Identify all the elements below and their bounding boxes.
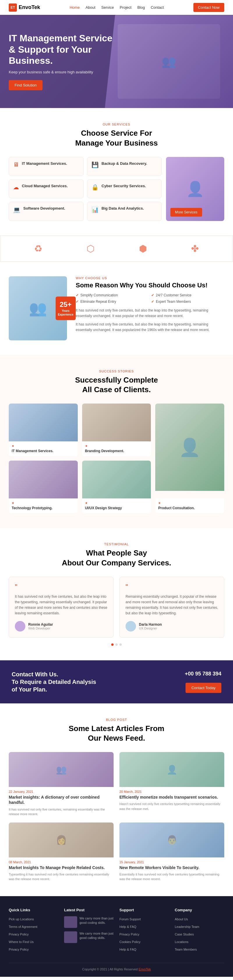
more-services-button[interactable]: More Services: [171, 208, 202, 216]
hero-subtitle: Keep your business safe & ensure high av…: [9, 70, 120, 74]
nav-blog[interactable]: Blog: [137, 5, 145, 10]
backup-icon: 💾: [91, 161, 99, 168]
software-icon: 💻: [13, 206, 21, 213]
blog-img-1: 👥: [9, 752, 113, 787]
story-img-2: [82, 404, 151, 441]
blog-date-2: 20 March, 2021: [120, 790, 224, 793]
story-img-featured: 👤: [155, 404, 224, 491]
footer-support-4[interactable]: Cookies Policy: [120, 940, 140, 943]
stories-section: SUCCESS STORIES Successfully CompleteAll…: [0, 355, 233, 528]
story-label-featured: ★ Product Consultation.: [155, 498, 224, 513]
story-sub-3: ★: [12, 501, 75, 504]
envotek-link[interactable]: EnvoTek: [139, 967, 151, 971]
experience-badge: 25+ YearsExperience: [56, 296, 76, 320]
footer-ql-5[interactable]: Privacy Policy: [9, 948, 29, 951]
partner-logo-4: ✤: [191, 243, 199, 254]
footer-company: Company About Us Leadership Team Case St…: [175, 908, 224, 954]
footer-ql-4[interactable]: Where to Find Us: [9, 940, 34, 943]
story-label-3: ★ Technology Prototyping.: [9, 498, 78, 513]
find-solution-button[interactable]: Find Solution: [9, 80, 43, 90]
author-info-1: Ronnie Aguilar Web Developer: [28, 622, 53, 630]
blog-date-3: 08 March, 2021: [9, 860, 113, 864]
footer-post-1: We carry more than just good coding skil…: [64, 916, 113, 928]
experience-num: 25+: [58, 300, 73, 309]
cta-text: Contact With Us.To Require a Detailed An…: [12, 670, 96, 693]
why-title: Some Reason Why You Should Choose Us!: [76, 282, 224, 289]
testimonial-author-2: Darla Harmon UX Designer: [126, 621, 218, 632]
footer-company-2[interactable]: Leadership Team: [175, 925, 199, 929]
testimonials-grid: " It has survived not only five centurie…: [9, 577, 224, 638]
logo: ET EnvoTek: [9, 3, 40, 12]
hero-people-placeholder: 👥: [118, 24, 220, 99]
services-label: OUR SERVICES: [9, 123, 224, 126]
footer-company-3[interactable]: Case Studies: [175, 932, 194, 936]
cta-title: Contact With Us.To Require a Detailed An…: [12, 670, 96, 693]
story-label-4: ★ UI/UX Design Strategy: [82, 498, 151, 513]
cta-right: +00 95 788 394 Contact Today: [185, 671, 221, 693]
dot-2[interactable]: [115, 643, 118, 646]
blog-img-2: 👤: [120, 752, 224, 787]
security-icon: 🔒: [91, 184, 99, 191]
author-name-1: Ronnie Aguilar: [28, 622, 53, 627]
avatar-1: [15, 621, 26, 632]
blog-date-1: 22 January, 2021: [9, 790, 113, 793]
partners-row: ♻ ⬡ ⬢ ✤: [12, 243, 221, 254]
dot-3[interactable]: [120, 643, 122, 646]
testimonials-label: TESTIMONIAL: [9, 542, 224, 546]
blog-card-4: 👨 15 January, 2021 New Remote Workers Vi…: [120, 822, 224, 881]
story-card-3: ★ Technology Prototyping.: [9, 461, 78, 513]
avatar-2: [126, 621, 136, 632]
services-title: Choose Service ForManage Your Business: [9, 128, 224, 148]
footer-support-5[interactable]: Help & FAQ: [120, 948, 136, 951]
why-text-2: It has survived not only five centuries,…: [76, 322, 224, 333]
footer-post-img-2: [64, 931, 77, 943]
footer-company-list: About Us Leadership Team Case Studies Lo…: [175, 916, 224, 952]
partner-logo-3: ⬢: [139, 243, 147, 254]
contact-today-button[interactable]: Contact Today: [185, 683, 221, 693]
story-name-4: UI/UX Design Strategy: [85, 506, 122, 510]
dot-1[interactable]: [111, 643, 113, 646]
partners-section: ♻ ⬡ ⬢ ✤: [0, 235, 233, 262]
hero-image: 👥: [105, 15, 233, 108]
partner-logo-1: ♻: [34, 243, 43, 254]
author-info-2: Darla Harmon UX Designer: [139, 622, 162, 630]
nav-service[interactable]: Service: [101, 5, 114, 10]
blog-card-1: 👥 22 January, 2021 Market insights: A di…: [9, 752, 113, 816]
footer-support-2[interactable]: Help & FAQ: [120, 925, 136, 929]
cloud-icon: ☁: [13, 184, 19, 191]
footer-ql-1[interactable]: Pick up Locations: [9, 917, 34, 921]
story-sub-1: ★: [12, 444, 75, 447]
nav-about[interactable]: About: [86, 5, 96, 10]
blog-img-3: 👩: [9, 822, 113, 858]
partner-logo-2: ⬡: [86, 243, 95, 254]
nav-project[interactable]: Project: [120, 5, 131, 10]
blog-date-4: 15 January, 2021: [120, 860, 224, 864]
footer-company-4[interactable]: Locations: [175, 940, 188, 943]
story-sub-4: ★: [85, 501, 148, 504]
services-section: OUR SERVICES Choose Service ForManage Yo…: [0, 108, 233, 235]
footer-post-2: We carry more than just good calling ski…: [64, 931, 113, 943]
footer-company-5[interactable]: Team Members: [175, 948, 197, 951]
nav-contact[interactable]: Contact: [151, 5, 164, 10]
footer-support-1[interactable]: Forum Support: [120, 917, 140, 921]
blog-excerpt-3: Typesetting it has survived not only fiv…: [9, 872, 113, 881]
it-management-icon: 🖥: [13, 161, 19, 168]
service-card-3: ☁ Cloud Managed Services.: [9, 179, 84, 198]
footer-company-1[interactable]: About Us: [175, 917, 188, 921]
experience-label: YearsExperience: [58, 309, 73, 316]
story-img-4: [82, 461, 151, 498]
check-2: 24/7 Customer Service: [151, 293, 224, 297]
footer-ql-3[interactable]: Privacy Policy: [9, 932, 29, 936]
nav-home[interactable]: Home: [70, 5, 80, 10]
blog-grid: 👥 22 January, 2021 Market insights: A di…: [9, 752, 224, 881]
footer-ql-2[interactable]: Terms of Agreement: [9, 925, 37, 929]
logo-text: EnvoTek: [19, 4, 40, 11]
footer-support-3[interactable]: Privacy Policy: [120, 932, 139, 936]
testimonial-dots: [9, 643, 224, 646]
check-3: Eliminate Repeat Entry: [76, 299, 149, 304]
story-label-2: ★ Branding Development.: [82, 441, 151, 456]
contact-now-button[interactable]: Contact Now: [193, 3, 224, 12]
footer-ql-title: Quick Links: [9, 908, 58, 912]
footer-support: Support Forum Support Help & FAQ Privacy…: [120, 908, 169, 954]
blog-excerpt-1: It has survived not only five centuries,…: [9, 807, 113, 817]
